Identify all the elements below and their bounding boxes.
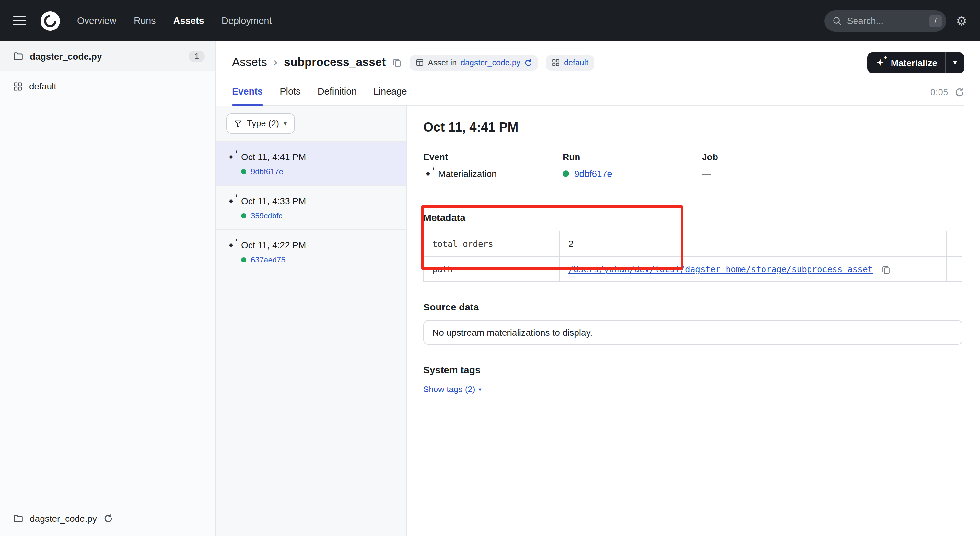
event-row[interactable]: ✦+ Oct 11, 4:22 PM 637aed75 <box>216 230 406 274</box>
field-job: Job — <box>702 152 841 179</box>
event-detail-panel: Oct 11, 4:41 PM Event ✦+ Materialization… <box>407 106 980 536</box>
event-row[interactable]: ✦+ Oct 11, 4:33 PM 359cdbfc <box>216 186 406 230</box>
event-detail-title: Oct 11, 4:41 PM <box>423 120 963 135</box>
metadata-section: Metadata total_orders 2 path /Users/yuha… <box>423 212 963 282</box>
run-link[interactable]: 637aed75 <box>251 255 285 264</box>
refresh-icon[interactable] <box>955 87 964 97</box>
metadata-key: total_orders <box>423 231 560 256</box>
materialize-icon: ✦+ <box>875 58 885 67</box>
field-value-text: — <box>702 169 711 179</box>
search-icon <box>832 16 842 25</box>
metadata-value: /Users/yuhan/dev/local/dagster_home/stor… <box>560 256 947 282</box>
asset-count-badge: 1 <box>189 50 205 62</box>
materialization-icon: ✦+ <box>226 241 236 249</box>
breadcrumb-separator: › <box>274 56 277 69</box>
materialize-label: Materialize <box>891 57 937 68</box>
nav-overview[interactable]: Overview <box>77 16 116 26</box>
main-content: Assets › subprocess_asset Asset in dagst… <box>216 41 980 536</box>
asset-location-tag: Asset in dagster_code.py <box>410 55 538 70</box>
gear-icon: ⚙ <box>956 14 967 27</box>
table-icon <box>415 58 424 67</box>
run-status-dot <box>241 213 246 218</box>
filter-label: Type (2) <box>247 119 279 128</box>
system-tags-heading: System tags <box>423 364 963 375</box>
metadata-extra-cell <box>947 256 962 282</box>
divider <box>423 196 963 196</box>
metadata-row: path /Users/yuhan/dev/local/dagster_home… <box>423 256 962 282</box>
materialization-icon: ✦+ <box>423 170 433 178</box>
tabs-bar: Events Plots Definition Lineage 0:05 <box>232 82 964 106</box>
event-time: Oct 11, 4:33 PM <box>241 196 306 206</box>
run-status-dot <box>241 257 246 262</box>
copy-icon[interactable] <box>881 265 890 274</box>
sidebar-code-location-row[interactable]: dagster_code.py 1 <box>0 41 215 71</box>
chevron-down-icon: ▾ <box>953 58 957 66</box>
refresh-timer: 0:05 <box>931 87 948 97</box>
metadata-value: 2 <box>560 231 947 256</box>
sidebar-footer-row[interactable]: dagster_code.py <box>0 500 215 536</box>
field-event: Event ✦+ Materialization <box>423 152 563 179</box>
hamburger-icon <box>13 16 26 17</box>
field-label: Job <box>702 152 841 162</box>
asset-group-icon <box>13 81 23 91</box>
tab-lineage[interactable]: Lineage <box>374 82 407 105</box>
primary-nav: Overview Runs Assets Deployment <box>77 16 272 26</box>
tab-events[interactable]: Events <box>232 82 263 105</box>
empty-state-message: No upstream materializations to display. <box>423 320 963 345</box>
path-link[interactable]: /Users/yuhan/dev/local/dagster_home/stor… <box>568 264 873 274</box>
breadcrumb-assets-link[interactable]: Assets <box>232 56 267 69</box>
search-input[interactable] <box>847 16 924 26</box>
topnav-right: / ⚙ <box>824 10 967 32</box>
materialization-icon: ✦+ <box>226 153 236 161</box>
materialize-dropdown-button[interactable]: ▾ <box>945 52 964 73</box>
field-label: Event <box>423 152 563 162</box>
field-label: Run <box>563 152 702 162</box>
nav-deployment[interactable]: Deployment <box>222 16 272 26</box>
event-summary-fields: Event ✦+ Materialization Run 9dbf617e <box>423 152 963 179</box>
events-list-panel: Type (2) ▾ ✦+ Oct 11, 4:41 PM 9dbf617e <box>216 106 407 536</box>
run-link[interactable]: 9dbf617e <box>574 169 612 179</box>
global-search[interactable]: / <box>824 10 946 32</box>
nav-assets[interactable]: Assets <box>173 16 204 26</box>
hamburger-menu-button[interactable] <box>13 14 26 28</box>
nav-runs[interactable]: Runs <box>134 16 156 26</box>
code-location-link[interactable]: dagster_code.py <box>460 58 520 67</box>
field-value-text: Materialization <box>438 169 497 179</box>
metadata-row: total_orders 2 <box>423 231 962 256</box>
tab-plots[interactable]: Plots <box>280 82 301 105</box>
footer-code-location-name: dagster_code.py <box>30 513 97 523</box>
tab-definition[interactable]: Definition <box>318 82 357 105</box>
group-link[interactable]: default <box>564 58 588 67</box>
type-filter-button[interactable]: Type (2) ▾ <box>226 113 294 134</box>
run-status-dot <box>563 170 569 177</box>
materialize-button[interactable]: ✦+ Materialize <box>867 52 945 73</box>
run-link[interactable]: 9dbf617e <box>251 167 283 176</box>
folder-icon <box>13 513 23 523</box>
materialization-icon: ✦+ <box>226 197 236 205</box>
code-location-name: dagster_code.py <box>30 51 102 61</box>
grid-icon <box>552 58 560 67</box>
folder-icon <box>13 51 23 61</box>
source-data-heading: Source data <box>423 301 963 312</box>
run-link[interactable]: 359cdbfc <box>251 211 282 220</box>
dagster-logo[interactable] <box>40 11 60 31</box>
settings-gear-button[interactable]: ⚙ <box>956 14 967 27</box>
metadata-key: path <box>423 256 560 282</box>
dagster-logo-icon <box>40 11 60 31</box>
show-tags-toggle[interactable]: Show tags (2) ▾ <box>423 384 481 394</box>
event-row[interactable]: ✦+ Oct 11, 4:41 PM 9dbf617e <box>216 142 406 186</box>
reload-icon[interactable] <box>524 59 532 67</box>
copy-icon <box>392 58 402 67</box>
show-tags-label: Show tags (2) <box>423 384 475 394</box>
event-time: Oct 11, 4:41 PM <box>241 152 306 162</box>
filter-bar: Type (2) ▾ <box>216 106 406 142</box>
materialize-split-button: ✦+ Materialize ▾ <box>867 52 964 73</box>
copy-asset-name-button[interactable] <box>392 58 402 67</box>
field-run: Run 9dbf617e <box>563 152 702 179</box>
search-shortcut-key: / <box>929 14 942 27</box>
metadata-table: total_orders 2 path /Users/yuhan/dev/loc… <box>423 231 963 282</box>
reload-location-icon[interactable] <box>103 514 113 523</box>
group-tag: default <box>546 55 594 70</box>
group-name: default <box>29 81 56 91</box>
sidebar-group-default-row[interactable]: default <box>0 71 215 101</box>
